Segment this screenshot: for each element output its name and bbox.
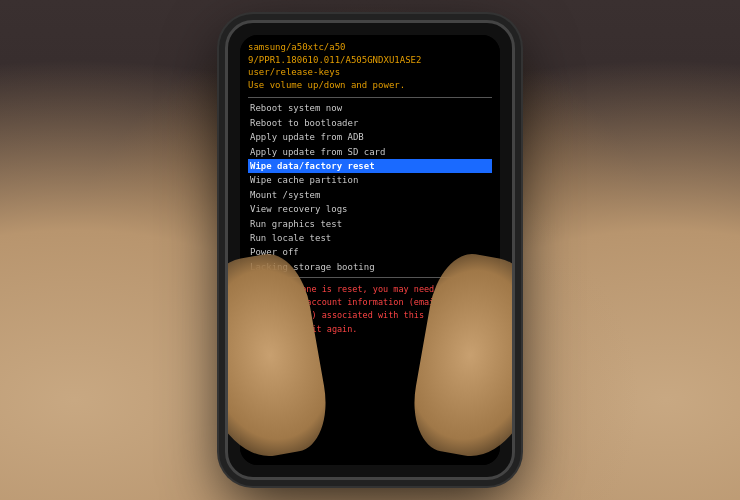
menu-item-mount-system[interactable]: Mount /system	[248, 188, 492, 202]
device-model-line: samsung/a50xtc/a50	[248, 41, 492, 54]
menu-item-wipe-cache[interactable]: Wipe cache partition	[248, 173, 492, 187]
device-info-header: samsung/a50xtc/a50 9/PPR1.180610.011/A50…	[248, 41, 492, 91]
menu-item-graphics-test[interactable]: Run graphics test	[248, 217, 492, 231]
menu-item-apply-sd[interactable]: Apply update from SD card	[248, 145, 492, 159]
menu-item-view-logs[interactable]: View recovery logs	[248, 202, 492, 216]
header-divider	[248, 97, 492, 98]
scene: samsung/a50xtc/a50 9/PPR1.180610.011/A50…	[0, 0, 740, 500]
menu-item-reboot-system[interactable]: Reboot system now	[248, 101, 492, 115]
build-number-line: 9/PPR1.180610.011/A505GNDXU1ASE2	[248, 54, 492, 67]
navigation-hint-line: Use volume up/down and power.	[248, 79, 492, 92]
build-type-line: user/release-keys	[248, 66, 492, 79]
volume-up-button[interactable]	[225, 103, 227, 133]
menu-item-apply-adb[interactable]: Apply update from ADB	[248, 130, 492, 144]
volume-down-button[interactable]	[225, 143, 227, 193]
menu-item-wipe-factory[interactable]: Wipe data/factory reset	[248, 159, 492, 173]
menu-item-reboot-bootloader[interactable]: Reboot to bootloader	[248, 116, 492, 130]
menu-item-power-off[interactable]: Power off	[248, 245, 492, 259]
phone: samsung/a50xtc/a50 9/PPR1.180610.011/A50…	[225, 20, 515, 480]
menu-item-locale-test[interactable]: Run locale test	[248, 231, 492, 245]
recovery-menu: Reboot system now Reboot to bootloader A…	[248, 101, 492, 274]
power-button[interactable]	[513, 123, 515, 183]
